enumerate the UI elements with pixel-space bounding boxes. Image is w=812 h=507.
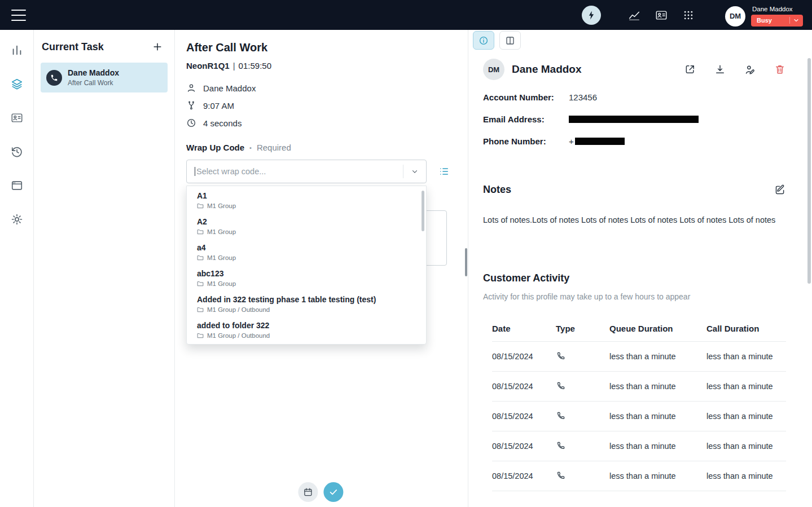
session-separator: |: [233, 61, 235, 70]
schedule-button[interactable]: [298, 482, 318, 502]
trash-icon: [774, 64, 785, 75]
nav-dashboard-button[interactable]: [6, 39, 28, 61]
session-name: NeonR1Q1: [186, 61, 230, 70]
nav-rail: [0, 30, 34, 507]
profile-actions: [684, 63, 786, 76]
wrap-up-area: A1 M1 Group A2: [186, 160, 447, 183]
activity-queue-duration: less than a minute: [609, 471, 706, 480]
profile-scrollbar[interactable]: [807, 58, 811, 284]
required-bullet: •: [249, 144, 252, 151]
nav-settings-button[interactable]: [6, 208, 28, 231]
activity-table: Date Type Queue Duration Call Duration 0…: [492, 316, 786, 491]
dialpad-icon: [683, 10, 694, 21]
directory-button[interactable]: [654, 8, 669, 23]
contact-name: Dane Maddox: [203, 83, 256, 93]
phone-icon: [556, 441, 609, 451]
acw-actions: [298, 482, 343, 502]
phone-icon: [50, 74, 58, 82]
activity-row: 08/15/2024 less than a minute less than …: [492, 372, 786, 402]
quick-connect-button[interactable]: [582, 6, 601, 25]
acw-panel: After Call Work NeonR1Q1|01:59:50 Dane M…: [175, 30, 468, 507]
activity-table-header: Date Type Queue Duration Call Duration: [492, 316, 786, 342]
wrap-code-option[interactable]: abc123 M1 Group: [187, 265, 426, 291]
customer-activity-title: Customer Activity: [483, 272, 786, 284]
activity-queue-duration: less than a minute: [609, 382, 706, 391]
check-icon: [328, 487, 338, 497]
menu-icon[interactable]: [11, 10, 26, 21]
user-avatar[interactable]: DM: [725, 6, 745, 27]
edit-contact-button[interactable]: [744, 63, 756, 76]
bar-chart-icon: [11, 44, 23, 56]
user-name: Dane Maddox: [752, 6, 793, 12]
complete-acw-button[interactable]: [323, 482, 343, 502]
calendar-icon: [303, 487, 313, 497]
task-state-label: After Call Work: [68, 79, 119, 87]
metrics-button[interactable]: [627, 8, 642, 23]
download-profile-button[interactable]: [714, 63, 726, 76]
open-external-icon: [684, 64, 696, 75]
connection-icon: [186, 100, 196, 111]
gear-icon: [11, 213, 23, 226]
select-chevron-button[interactable]: [403, 160, 426, 183]
activity-call-duration: less than a minute: [706, 471, 786, 480]
open-profile-button[interactable]: [684, 63, 696, 76]
notes-header: Notes: [483, 183, 786, 196]
top-bar: DM Dane Maddox Busy: [0, 0, 812, 30]
status-dropdown[interactable]: Busy: [751, 15, 803, 27]
user-block: DM Dane Maddox Busy: [725, 4, 803, 27]
redacted-phone: [575, 138, 625, 145]
required-label: Required: [257, 143, 291, 152]
activity-queue-duration: less than a minute: [609, 412, 706, 421]
info-view-tab[interactable]: [473, 31, 494, 50]
dialpad-button[interactable]: [681, 8, 696, 23]
split-view-tab[interactable]: [499, 31, 521, 50]
history-icon: [11, 146, 23, 158]
customer-activity-subtitle: Activity for this profile may take up to…: [483, 292, 786, 301]
profile-panel: DM Dane Maddox: [468, 30, 812, 507]
wrap-code-option[interactable]: A1 M1 Group: [187, 187, 426, 213]
edit-notes-button[interactable]: [774, 183, 786, 196]
folder-icon: [197, 332, 204, 339]
activity-queue-duration: less than a minute: [609, 352, 706, 361]
profile-view-toggles: [473, 31, 786, 50]
col-queue-duration: Queue Duration: [609, 324, 706, 333]
contact-name-row: Dane Maddox: [186, 83, 468, 93]
wrap-code-option[interactable]: Added in 322 testing phase 1 table testi…: [187, 291, 426, 317]
col-type: Type: [556, 324, 609, 333]
add-task-button[interactable]: [151, 40, 164, 54]
activity-date: 08/15/2024: [492, 442, 556, 451]
nav-contacts-button[interactable]: [6, 107, 28, 129]
wrap-up-label-row: Wrap Up Code • Required: [186, 143, 468, 152]
wrap-code-input[interactable]: [195, 167, 403, 176]
folder-icon: [197, 280, 204, 287]
delete-contact-button[interactable]: [774, 63, 786, 76]
notes-text: Lots of notes.Lots of notes Lots of note…: [483, 215, 786, 226]
wrap-code-list-button[interactable]: [434, 162, 454, 181]
chevron-down-icon: [793, 17, 799, 23]
nav-browser-button[interactable]: [6, 174, 28, 197]
activity-queue-duration: less than a minute: [609, 442, 706, 451]
wrap-code-option[interactable]: added to folder 322 M1 Group / Outbound: [187, 317, 426, 343]
col-date: Date: [492, 324, 556, 333]
plus-icon: [152, 41, 163, 52]
phone-icon: [556, 381, 609, 391]
contacts-icon: [11, 112, 23, 124]
nav-tasks-button[interactable]: [6, 73, 28, 95]
download-icon: [714, 64, 726, 75]
account-number-field: Account Number: 123456: [483, 92, 786, 102]
activity-call-duration: less than a minute: [706, 352, 786, 361]
acw-scrollbar[interactable]: [465, 248, 467, 276]
start-time: 9:07 AM: [203, 101, 234, 111]
activity-date: 08/15/2024: [492, 382, 556, 391]
person-icon: [186, 83, 196, 93]
lightning-icon: [586, 10, 596, 20]
wrap-code-option[interactable]: a4 M1 Group: [187, 239, 426, 265]
wrap-code-option[interactable]: A2 M1 Group: [187, 213, 426, 239]
wrap-code-select[interactable]: [186, 160, 427, 183]
nav-history-button[interactable]: [6, 140, 28, 163]
task-list-item[interactable]: Dane Maddox After Call Work: [41, 63, 168, 92]
dropdown-scrollbar[interactable]: [422, 191, 424, 231]
acw-title: After Call Work: [186, 41, 468, 54]
list-icon: [438, 166, 450, 177]
phone-field: Phone Number: +: [483, 136, 786, 146]
